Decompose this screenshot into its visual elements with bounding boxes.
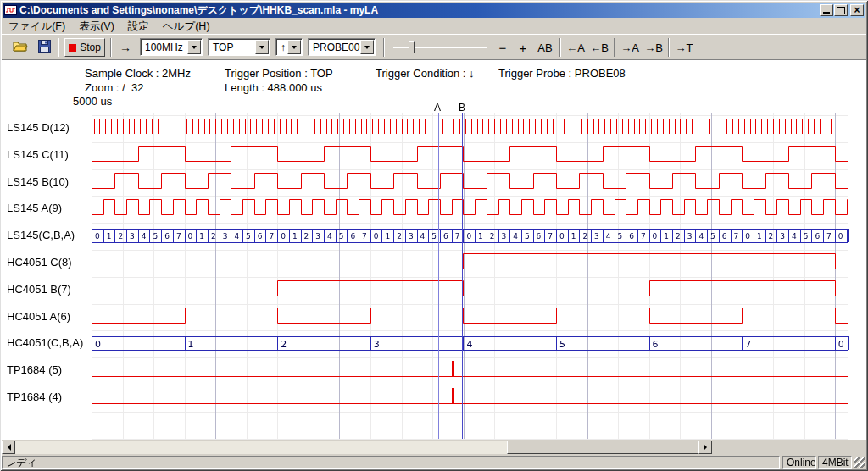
- trigger-position-info: Trigger Position : TOP: [225, 67, 333, 80]
- menu-help[interactable]: ヘルプ(H): [156, 19, 217, 35]
- status-memory: 4MBit: [818, 456, 852, 469]
- toolbar-separator: [58, 38, 59, 57]
- scrollbar-area: [2, 440, 866, 455]
- cursor-a-label[interactable]: A: [434, 102, 441, 114]
- run-button[interactable]: →: [115, 38, 136, 57]
- toolbar-separator: [559, 38, 561, 57]
- sample-clock-info: Sample Clock : 2MHz: [85, 67, 191, 80]
- sample-clock-value: 100MHz: [145, 42, 183, 53]
- trigger-probe-info: Trigger Probe : PROBE08: [498, 67, 626, 80]
- chevron-down-icon: [259, 46, 264, 52]
- trigger-position-dropdown-button[interactable]: [255, 40, 269, 54]
- scrollbar-thumb[interactable]: [507, 441, 698, 454]
- goto-a-prev-button[interactable]: ←A: [565, 38, 587, 57]
- goto-b-prev-button[interactable]: ←B: [588, 38, 610, 57]
- resize-grip[interactable]: [854, 457, 865, 468]
- save-button[interactable]: [34, 38, 54, 57]
- goto-trigger-button[interactable]: →T: [673, 38, 695, 57]
- minimize-icon: [823, 12, 830, 14]
- close-icon: ×: [854, 6, 860, 14]
- minimize-button[interactable]: [820, 4, 833, 16]
- stop-icon: [69, 44, 76, 52]
- cursor-b-label[interactable]: B: [459, 102, 465, 114]
- app-window: C:\Documents and Settings\noname\デスクトップ\…: [0, 0, 868, 471]
- trigger-position-select[interactable]: TOP: [208, 38, 270, 56]
- status-bar: レディ Online 4MBit: [2, 456, 866, 469]
- horizontal-scrollbar[interactable]: [2, 441, 712, 454]
- status-message: レディ: [2, 456, 780, 469]
- menu-settings[interactable]: 設定: [121, 19, 156, 35]
- trigger-edge-select[interactable]: ↑: [275, 38, 303, 56]
- chevron-down-icon: [192, 46, 197, 52]
- trigger-condition-info: Trigger Condition : ↓: [376, 67, 475, 80]
- open-folder-icon: [13, 41, 28, 54]
- toolbar: Stop → 100MHz TOP ↑ PROBE00 − + AB ←A: [2, 34, 866, 59]
- trigger-probe-dropdown-button[interactable]: [360, 40, 374, 54]
- triangle-left-icon: [4, 444, 11, 451]
- zoom-slider-thumb[interactable]: [409, 41, 415, 53]
- app-icon[interactable]: [4, 4, 17, 17]
- sample-clock-select[interactable]: 100MHz: [140, 38, 203, 56]
- scroll-left-button[interactable]: [2, 441, 15, 454]
- trigger-probe-select[interactable]: PROBE00: [308, 38, 376, 56]
- waveform-canvas[interactable]: [0, 102, 868, 441]
- menu-view[interactable]: 表示(V): [72, 19, 121, 35]
- open-button[interactable]: [10, 38, 31, 57]
- stop-button[interactable]: Stop: [64, 38, 105, 57]
- ab-cursors-button[interactable]: AB: [534, 38, 556, 57]
- goto-a-next-button[interactable]: →A: [619, 38, 641, 57]
- goto-b-next-button[interactable]: →B: [643, 38, 665, 57]
- title-bar: C:\Documents and Settings\noname\デスクトップ\…: [3, 3, 865, 18]
- toolbar-separator: [110, 38, 112, 57]
- chevron-down-icon: [364, 46, 370, 52]
- toolbar-separator: [668, 38, 670, 57]
- window-title: C:\Documents and Settings\noname\デスクトップ\…: [19, 3, 820, 18]
- length-info: Length : 488.000 us: [225, 81, 322, 94]
- toolbar-separator: [614, 38, 615, 57]
- maximize-button[interactable]: [834, 4, 848, 16]
- chevron-down-icon: [292, 46, 297, 52]
- close-button[interactable]: ×: [850, 4, 864, 16]
- maximize-icon: [837, 7, 845, 14]
- save-floppy-icon: [38, 40, 51, 55]
- sample-clock-dropdown-button[interactable]: [187, 40, 201, 54]
- trigger-edge-value: ↑: [281, 42, 286, 53]
- zoom-out-button[interactable]: −: [493, 38, 512, 57]
- zoom-slider-track[interactable]: [393, 47, 487, 48]
- trigger-probe-value: PROBE00: [313, 42, 359, 53]
- status-online: Online: [782, 456, 816, 469]
- trigger-edge-dropdown-button[interactable]: [287, 40, 301, 54]
- zoom-slider[interactable]: [393, 38, 487, 57]
- toolbar-separator: [383, 38, 385, 57]
- scroll-right-button[interactable]: [698, 441, 712, 454]
- menu-bar: ファイル(F) 表示(V) 設定 ヘルプ(H): [2, 19, 866, 34]
- trigger-position-value: TOP: [213, 42, 233, 53]
- menu-file[interactable]: ファイル(F): [2, 19, 72, 35]
- zoom-in-button[interactable]: +: [514, 38, 532, 57]
- zoom-info: Zoom : / 32: [85, 81, 143, 94]
- stop-label: Stop: [80, 42, 101, 53]
- triangle-right-icon: [704, 444, 710, 451]
